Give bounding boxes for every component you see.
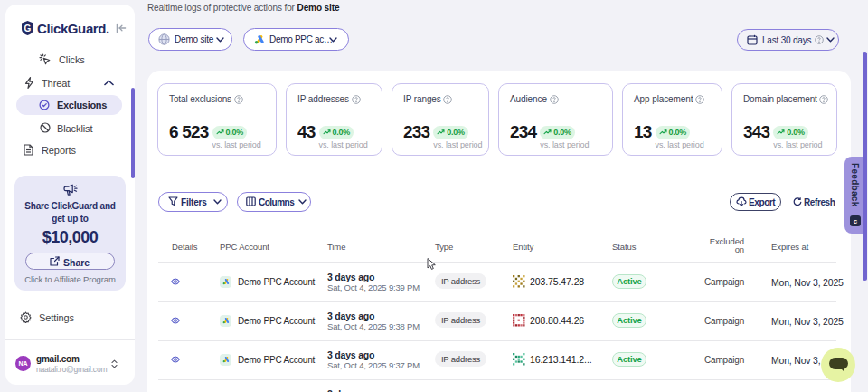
svg-text:G: G	[24, 24, 32, 33]
svg-text:c: c	[853, 217, 857, 225]
